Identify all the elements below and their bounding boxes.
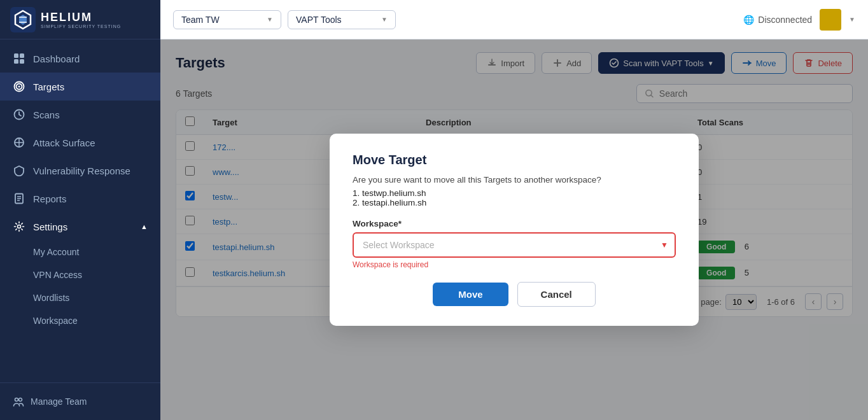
svg-rect-7 bbox=[14, 59, 18, 64]
modal-overlay: Move Target Are you sure want to move al… bbox=[160, 39, 868, 420]
sidebar-item-scans-label: Scans bbox=[33, 109, 60, 120]
manage-team-item[interactable]: Manage Team bbox=[10, 391, 150, 412]
move-target-modal: Move Target Are you sure want to move al… bbox=[330, 134, 699, 326]
tool-chevron-icon: ▼ bbox=[381, 16, 388, 23]
svg-point-11 bbox=[18, 86, 20, 88]
modal-move-button[interactable]: Move bbox=[433, 283, 508, 306]
svg-rect-5 bbox=[14, 53, 18, 58]
vpn-access-label: VPN Access bbox=[33, 270, 82, 280]
globe-icon: 🌐 bbox=[743, 15, 754, 25]
sidebar-sub-my-account[interactable]: My Account bbox=[0, 241, 160, 263]
sidebar-item-settings[interactable]: Settings ▲ bbox=[0, 213, 160, 241]
svg-rect-8 bbox=[20, 59, 24, 64]
sidebar-bottom: Manage Team bbox=[0, 382, 160, 420]
sidebar-sub-wordlists[interactable]: Wordlists bbox=[0, 286, 160, 309]
scans-icon bbox=[13, 108, 25, 121]
svg-point-20 bbox=[18, 225, 21, 228]
attack-surface-icon bbox=[13, 136, 25, 149]
team-chevron-icon: ▼ bbox=[267, 16, 273, 23]
avatar-chevron-icon[interactable]: ▼ bbox=[849, 16, 855, 23]
targets-icon bbox=[13, 80, 25, 93]
sidebar-item-dashboard-label: Dashboard bbox=[33, 53, 80, 64]
sidebar-item-targets[interactable]: Targets bbox=[0, 73, 160, 101]
workspace-error: Workspace is required bbox=[353, 260, 676, 269]
sidebar-item-attack-surface-label: Attack Surface bbox=[33, 137, 95, 148]
modal-actions: Move Cancel bbox=[353, 282, 676, 307]
sidebar-sub-workspace[interactable]: Workspace bbox=[0, 309, 160, 332]
logo-sub: SIMPLIFY SECURITY TESTING bbox=[41, 24, 121, 29]
tool-select[interactable]: VAPT Tools ▼ bbox=[288, 10, 396, 29]
svg-point-22 bbox=[19, 398, 22, 402]
reports-icon bbox=[13, 192, 25, 205]
modal-targets: 1. testwp.helium.sh 2. testapi.helium.sh bbox=[353, 188, 676, 207]
modal-target-2: 2. testapi.helium.sh bbox=[353, 198, 676, 207]
topbar-left: Team TW ▼ VAPT Tools ▼ bbox=[173, 10, 396, 29]
wordlists-label: Wordlists bbox=[33, 293, 69, 303]
settings-icon bbox=[13, 220, 25, 233]
manage-team-label: Manage Team bbox=[31, 396, 87, 407]
sidebar-item-attack-surface[interactable]: Attack Surface bbox=[0, 129, 160, 157]
workspace-select[interactable]: Select Workspace bbox=[353, 232, 676, 258]
sidebar-sub-vpn-access[interactable]: VPN Access bbox=[0, 263, 160, 286]
svg-rect-6 bbox=[20, 53, 24, 58]
sidebar-nav: Dashboard Targets Scans Attack Surface V bbox=[0, 39, 160, 382]
sidebar-item-settings-label: Settings bbox=[33, 221, 67, 232]
modal-field-label: Workspace* bbox=[353, 219, 676, 228]
logo: HELIUM SIMPLIFY SECURITY TESTING bbox=[0, 0, 160, 39]
page-content: Targets Import Add Scan with VAPT Tools … bbox=[160, 39, 868, 420]
my-account-label: My Account bbox=[33, 247, 79, 257]
topbar-right: 🌐 Disconnected ▼ bbox=[743, 9, 855, 31]
sidebar-item-vulnerability-response[interactable]: Vulnerability Response bbox=[0, 157, 160, 185]
tool-select-value: VAPT Tools bbox=[296, 15, 342, 25]
user-avatar[interactable] bbox=[820, 9, 841, 31]
logo-name: HELIUM bbox=[41, 11, 121, 24]
vulnerability-icon bbox=[13, 164, 25, 177]
main-content: Team TW ▼ VAPT Tools ▼ 🌐 Disconnected ▼ … bbox=[160, 0, 868, 420]
sidebar-item-reports[interactable]: Reports bbox=[0, 185, 160, 213]
modal-cancel-button[interactable]: Cancel bbox=[517, 282, 596, 307]
team-select[interactable]: Team TW ▼ bbox=[173, 10, 281, 29]
svg-point-21 bbox=[15, 398, 18, 402]
settings-chevron: ▲ bbox=[141, 223, 148, 230]
modal-target-1: 1. testwp.helium.sh bbox=[353, 188, 676, 198]
modal-title: Move Target bbox=[353, 153, 676, 167]
sidebar-item-reports-label: Reports bbox=[33, 193, 67, 204]
workspace-label: Workspace bbox=[33, 316, 78, 326]
dashboard-icon bbox=[13, 52, 25, 65]
connection-status: 🌐 Disconnected bbox=[743, 15, 812, 25]
sidebar: HELIUM SIMPLIFY SECURITY TESTING Dashboa… bbox=[0, 0, 160, 420]
team-select-value: Team TW bbox=[181, 15, 220, 25]
topbar: Team TW ▼ VAPT Tools ▼ 🌐 Disconnected ▼ bbox=[160, 0, 868, 39]
sidebar-item-dashboard[interactable]: Dashboard bbox=[0, 45, 160, 73]
status-label: Disconnected bbox=[758, 15, 812, 25]
sidebar-item-scans[interactable]: Scans bbox=[0, 101, 160, 129]
sidebar-item-targets-label: Targets bbox=[33, 81, 64, 92]
modal-select-wrapper: Select Workspace ▼ bbox=[353, 232, 676, 258]
modal-description: Are you sure want to move all this Targe… bbox=[353, 175, 676, 185]
sidebar-item-vulnerability-label: Vulnerability Response bbox=[33, 165, 130, 176]
